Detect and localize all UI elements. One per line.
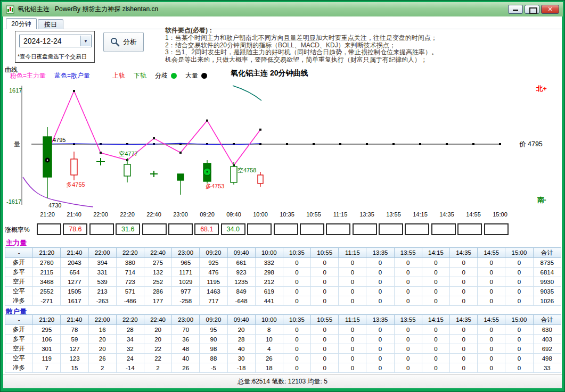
column-header: 21:40: [61, 248, 88, 258]
maximize-button[interactable]: [525, 5, 539, 14]
notes-line: 1：当某个时间主力和散户朝南北不同方向且量差明显加大时要重点关注，往往是变盘的时…: [165, 35, 562, 42]
table-cell: 95: [200, 325, 227, 335]
table-row: 净多7152-14226-5-181800000000033: [5, 363, 561, 373]
column-header: 14:35: [450, 248, 478, 258]
table-cell: 0: [505, 258, 533, 268]
table-cell: 0: [450, 258, 478, 268]
table-cell: 36: [172, 335, 200, 344]
table-cell: 20: [227, 325, 255, 335]
close-button[interactable]: [541, 5, 559, 14]
table-cell: 1505: [61, 287, 88, 296]
table-cell: 20: [144, 335, 171, 344]
tab-20min[interactable]: 20分钟: [6, 18, 37, 29]
table-row: 空平25521505213571286977146384961900000000…: [5, 287, 561, 296]
legend-item: 分歧: [155, 71, 168, 80]
table-cell: 26: [172, 363, 200, 373]
table-cell: 0: [311, 344, 339, 354]
table-cell: 59: [61, 335, 88, 344]
table-cell: 123: [61, 354, 88, 363]
table-cell: 0: [339, 287, 366, 296]
table-cell: 18: [255, 363, 283, 373]
probability-cell: [168, 223, 193, 235]
table-cell: 403: [533, 335, 561, 344]
table-cell: 0: [422, 296, 449, 306]
table-cell: 0: [422, 277, 449, 287]
legend-item: 粉色=主力量: [10, 71, 46, 80]
table-cell: 539: [88, 277, 116, 287]
table-cell: 88: [200, 354, 227, 363]
notes-heading: 软件要点(必看)：: [165, 27, 562, 35]
table-cell: 0: [366, 296, 394, 306]
table-cell: 0: [505, 277, 533, 287]
column-header: -: [5, 248, 33, 258]
date-picker[interactable]: 2024-12-24 ▼: [19, 35, 92, 47]
table-row: 多开295781628207095208000000000630: [5, 325, 561, 335]
table-cell: 619: [255, 287, 283, 296]
svg-text:10:35: 10:35: [280, 211, 294, 218]
table-cell: 0: [311, 268, 339, 277]
analyze-label: 分析: [123, 37, 137, 47]
svg-text:-1617: -1617: [6, 198, 21, 205]
row-label: 空开: [5, 277, 33, 287]
table-cell: 476: [200, 268, 227, 277]
table-cell: 40: [227, 344, 255, 354]
table-row: 空开3011272032224898404000000000692: [5, 344, 561, 354]
table-cell: 301: [33, 344, 61, 354]
column-header: 10:35: [283, 248, 310, 258]
titlebar[interactable]: 氧化铝主连 PowerBy 期货主力神探 zlshentan.cn: [2, 2, 563, 16]
table-cell: 0: [311, 287, 339, 296]
column-header: 合计: [533, 315, 561, 325]
table-cell: 298: [255, 268, 283, 277]
table-cell: 0: [505, 287, 533, 296]
table-cell: 1617: [61, 296, 88, 306]
table-cell: 2043: [61, 258, 88, 268]
table-cell: 0: [394, 344, 422, 354]
table-cell: 0: [478, 344, 505, 354]
minimize-button[interactable]: [508, 5, 523, 14]
table-cell: 0: [450, 335, 478, 344]
table-cell: 34: [116, 335, 144, 344]
column-header: 22:40: [144, 248, 171, 258]
table-cell: 0: [283, 363, 310, 373]
probability-cell: 34.0: [221, 223, 245, 235]
probability-cell: 31.6: [116, 223, 140, 235]
analyze-button[interactable]: 分析: [103, 32, 144, 52]
tab-daily[interactable]: 按日: [38, 19, 63, 29]
probability-cell: [379, 223, 403, 235]
table-cell: -648: [227, 296, 255, 306]
table-cell: 22: [144, 344, 171, 354]
column-header: 22:20: [116, 248, 144, 258]
row-label: 空平: [5, 354, 33, 363]
magnifier-icon: [110, 37, 120, 47]
table-cell: 0: [422, 363, 449, 373]
table-cell: -486: [116, 296, 144, 306]
column-header: 22:20: [116, 315, 144, 325]
table-row: 空平11912326242240883026000000000498: [5, 354, 561, 363]
row-label: 多开: [5, 258, 33, 268]
legend-dot-icon: [171, 73, 177, 79]
table-cell: 10: [255, 335, 283, 344]
table-cell: 213: [88, 287, 116, 296]
table-cell: 571: [116, 287, 144, 296]
chevron-down-icon[interactable]: ▼: [80, 36, 91, 46]
table-cell: 0: [505, 354, 533, 363]
svg-text:22:20: 22:20: [120, 211, 135, 218]
column-header: -: [5, 315, 33, 325]
table-cell: 0: [366, 344, 394, 354]
row-label: 净多: [5, 296, 33, 306]
chart-title: 氧化铝主连 20分钟曲线: [231, 69, 308, 78]
column-header: 23:00: [172, 248, 200, 258]
column-header: 10:55: [311, 315, 339, 325]
table-cell: 106: [33, 335, 61, 344]
table-cell: 923: [227, 268, 255, 277]
table-cell: 1026: [533, 296, 561, 306]
legend-item: 下轨: [134, 71, 146, 80]
table-cell: 0: [394, 268, 422, 277]
table-cell: 15: [61, 363, 88, 373]
table-cell: 16: [88, 325, 116, 335]
probability-cell: 78.6: [63, 223, 87, 235]
table-cell: 22: [144, 354, 171, 363]
table-cell: 0: [422, 344, 449, 354]
table-cell: 714: [116, 268, 144, 277]
table-cell: 0: [478, 325, 505, 335]
